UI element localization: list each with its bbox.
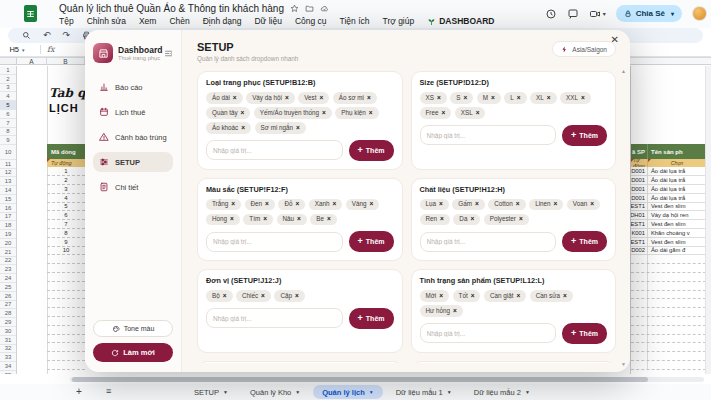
- row-header-13[interactable]: 13: [0, 177, 16, 186]
- tag-remove-icon[interactable]: ×: [516, 293, 520, 300]
- tag-remove-icon[interactable]: ×: [517, 95, 521, 102]
- tag-remove-icon[interactable]: ×: [471, 293, 475, 300]
- row-header-20[interactable]: 20: [0, 239, 16, 248]
- tag-remove-icon[interactable]: ×: [241, 125, 245, 132]
- row-header-9[interactable]: 9: [0, 136, 16, 145]
- row-header-6[interactable]: 6: [0, 110, 16, 119]
- nav-item-báo-cáo[interactable]: Báo cáo: [93, 77, 173, 97]
- tag-remove-icon[interactable]: ×: [261, 293, 265, 300]
- value-input[interactable]: [420, 232, 557, 252]
- scroll-down-icon[interactable]: ▼: [621, 361, 626, 367]
- row-header-28[interactable]: 28: [0, 309, 16, 318]
- tag-remove-icon[interactable]: ×: [519, 216, 523, 223]
- add-button[interactable]: +Thêm: [349, 140, 394, 161]
- row-header-33[interactable]: 33: [0, 353, 16, 362]
- tag-remove-icon[interactable]: ×: [475, 201, 479, 208]
- tag-remove-icon[interactable]: ×: [233, 95, 237, 102]
- star-icon[interactable]: [290, 4, 299, 13]
- menu-item-dashboard[interactable]: DASHBOARD: [427, 16, 494, 26]
- nav-item-lịch-thuê[interactable]: Lịch thuê: [93, 102, 173, 122]
- select-all-corner[interactable]: [0, 58, 17, 64]
- nav-item-cảnh-báo-trùng[interactable]: Cảnh báo trùng: [93, 127, 173, 147]
- search-icon[interactable]: [22, 31, 31, 40]
- sheet-tab-dữ-liệu-mẫu-2[interactable]: Dữ liệu mẫu 2▼: [465, 385, 539, 399]
- scroll-up-icon[interactable]: ▲: [621, 68, 626, 74]
- menu-item[interactable]: Xem: [139, 16, 156, 26]
- row-header-1[interactable]: 1: [0, 66, 16, 75]
- row-header-4[interactable]: 4: [0, 92, 16, 101]
- share-button[interactable]: Chia Sẻ ▾: [616, 5, 682, 22]
- caret-down-icon[interactable]: ▼: [295, 389, 300, 395]
- tag-remove-icon[interactable]: ×: [453, 308, 457, 315]
- tag-remove-icon[interactable]: ×: [241, 110, 245, 117]
- sheet-tab-quản-lý-lịch[interactable]: Quản lý lịch▼: [313, 385, 382, 399]
- caret-down-icon[interactable]: ▾: [671, 10, 674, 17]
- column-header-b[interactable]: B: [47, 58, 85, 64]
- row-header-32[interactable]: 32: [0, 345, 16, 354]
- menu-item[interactable]: Chèn: [169, 16, 189, 26]
- meet-button[interactable]: ▾: [589, 8, 606, 20]
- row-header-30[interactable]: 30: [0, 327, 16, 336]
- undo-icon[interactable]: ↶: [43, 31, 51, 40]
- nav-item-setup[interactable]: SETUP: [93, 152, 173, 172]
- row-header-17[interactable]: 17: [0, 213, 16, 222]
- tag-remove-icon[interactable]: ×: [322, 110, 326, 117]
- move-folder-icon[interactable]: [305, 4, 314, 13]
- row-header-23[interactable]: 23: [0, 265, 16, 274]
- sheet-tab-dữ-liệu-mẫu-1[interactable]: Dữ liệu mẫu 1▼: [387, 385, 461, 399]
- tone-color-button[interactable]: Tone màu: [93, 320, 173, 337]
- document-title[interactable]: Quản lý lịch thuê Quần Áo & Thông tin kh…: [59, 3, 284, 14]
- value-input[interactable]: [206, 232, 343, 252]
- tag-remove-icon[interactable]: ×: [547, 95, 551, 102]
- add-button[interactable]: +Thêm: [349, 231, 394, 252]
- tag-remove-icon[interactable]: ×: [297, 216, 301, 223]
- tag-remove-icon[interactable]: ×: [439, 293, 443, 300]
- row-header-8[interactable]: 8: [0, 128, 16, 137]
- row-header-25[interactable]: 25: [0, 283, 16, 292]
- comment-icon[interactable]: [567, 8, 579, 20]
- row-header-2[interactable]: 2: [0, 75, 16, 84]
- tag-remove-icon[interactable]: ×: [476, 110, 480, 117]
- cloud-status-icon[interactable]: [320, 4, 329, 13]
- menu-item[interactable]: Tệp: [59, 16, 74, 26]
- redo-icon[interactable]: ↷: [63, 31, 71, 40]
- row-header-22[interactable]: 22: [0, 257, 16, 266]
- hscroll-thumb[interactable]: [72, 377, 648, 382]
- row-header-14[interactable]: 14: [0, 186, 16, 195]
- tag-remove-icon[interactable]: ×: [295, 293, 299, 300]
- tag-remove-icon[interactable]: ×: [470, 216, 474, 223]
- refresh-button[interactable]: Làm mới: [93, 343, 173, 362]
- tag-remove-icon[interactable]: ×: [319, 95, 323, 102]
- row-header-26[interactable]: 26: [0, 292, 16, 301]
- menu-item[interactable]: Công cụ: [295, 16, 327, 26]
- all-sheets-icon[interactable]: ≡: [106, 386, 111, 396]
- close-icon[interactable]: ✕: [611, 34, 619, 45]
- menu-item[interactable]: Định dạng: [203, 16, 242, 26]
- tag-remove-icon[interactable]: ×: [369, 110, 373, 117]
- column-header-a[interactable]: A: [17, 58, 47, 64]
- caret-down-icon[interactable]: ▼: [369, 389, 374, 395]
- menu-item[interactable]: Tiện ích: [340, 16, 370, 26]
- sheet-tab-quản-lý-kho[interactable]: Quản lý Kho▼: [241, 385, 309, 399]
- value-input[interactable]: [420, 125, 557, 145]
- tag-remove-icon[interactable]: ×: [327, 216, 331, 223]
- value-input[interactable]: [206, 308, 343, 328]
- tag-remove-icon[interactable]: ×: [463, 95, 467, 102]
- avatar[interactable]: [692, 6, 707, 21]
- nav-item-chi-tiết[interactable]: Chi tiết: [93, 177, 173, 197]
- row-header-21[interactable]: 21: [0, 248, 16, 257]
- row-header-5[interactable]: 5: [0, 101, 16, 110]
- tag-remove-icon[interactable]: ×: [440, 216, 444, 223]
- row-header-24[interactable]: 24: [0, 274, 16, 283]
- add-sheet-icon[interactable]: +: [76, 386, 82, 397]
- tag-remove-icon[interactable]: ×: [516, 201, 520, 208]
- add-button[interactable]: +Thêm: [562, 231, 607, 252]
- value-input[interactable]: [420, 323, 557, 343]
- name-box[interactable]: H5 ▾: [0, 45, 34, 54]
- row-header-7[interactable]: 7: [0, 119, 16, 128]
- menu-item[interactable]: Dữ liệu: [254, 16, 281, 26]
- add-button[interactable]: +Thêm: [349, 308, 394, 329]
- tag-remove-icon[interactable]: ×: [437, 95, 441, 102]
- add-button[interactable]: +Thêm: [562, 323, 607, 344]
- timezone-button[interactable]: Asia/Saigon: [552, 41, 616, 57]
